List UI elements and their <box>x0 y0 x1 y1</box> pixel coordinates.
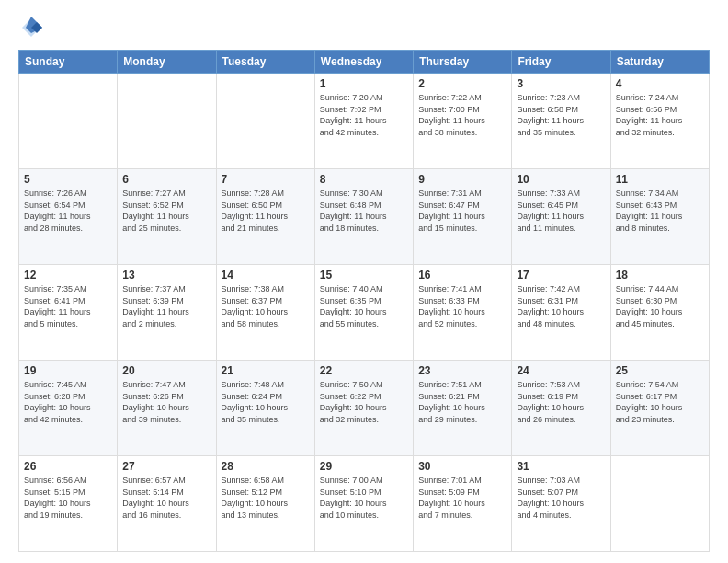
day-number: 30 <box>418 460 506 473</box>
day-number: 1 <box>320 77 408 90</box>
cell-info: Sunrise: 7:54 AM Sunset: 6:17 PM Dayligh… <box>616 379 704 425</box>
day-number: 21 <box>222 364 310 377</box>
day-number: 12 <box>24 269 112 282</box>
calendar-cell: 14Sunrise: 7:38 AM Sunset: 6:37 PM Dayli… <box>216 265 314 361</box>
day-number: 4 <box>616 77 704 90</box>
weekday-header-tuesday: Tuesday <box>216 51 314 74</box>
cell-info: Sunrise: 7:42 AM Sunset: 6:31 PM Dayligh… <box>517 283 605 329</box>
day-number: 17 <box>517 269 605 282</box>
cell-info: Sunrise: 7:20 AM Sunset: 7:02 PM Dayligh… <box>320 92 408 138</box>
day-number: 19 <box>24 364 112 377</box>
calendar-cell: 3Sunrise: 7:23 AM Sunset: 6:58 PM Daylig… <box>512 74 610 169</box>
day-number: 16 <box>418 269 506 282</box>
calendar-cell: 15Sunrise: 7:40 AM Sunset: 6:35 PM Dayli… <box>314 265 413 361</box>
cell-info: Sunrise: 7:22 AM Sunset: 7:00 PM Dayligh… <box>418 92 506 138</box>
cell-info: Sunrise: 7:00 AM Sunset: 5:10 PM Dayligh… <box>320 475 408 521</box>
cell-info: Sunrise: 6:56 AM Sunset: 5:15 PM Dayligh… <box>24 475 112 521</box>
day-number: 31 <box>517 460 605 473</box>
calendar-cell <box>118 74 216 169</box>
calendar-cell: 9Sunrise: 7:31 AM Sunset: 6:47 PM Daylig… <box>414 169 512 265</box>
day-number: 9 <box>418 173 506 186</box>
calendar-cell: 11Sunrise: 7:34 AM Sunset: 6:43 PM Dayli… <box>610 169 709 265</box>
calendar-cell: 8Sunrise: 7:30 AM Sunset: 6:48 PM Daylig… <box>314 169 413 265</box>
cell-info: Sunrise: 7:53 AM Sunset: 6:19 PM Dayligh… <box>517 379 605 425</box>
calendar-cell: 12Sunrise: 7:35 AM Sunset: 6:41 PM Dayli… <box>19 265 118 361</box>
cell-info: Sunrise: 7:24 AM Sunset: 6:56 PM Dayligh… <box>616 92 704 138</box>
cell-info: Sunrise: 7:01 AM Sunset: 5:09 PM Dayligh… <box>418 475 506 521</box>
day-number: 10 <box>517 173 605 186</box>
calendar-cell: 21Sunrise: 7:48 AM Sunset: 6:24 PM Dayli… <box>216 361 314 456</box>
day-number: 22 <box>320 364 408 377</box>
cell-info: Sunrise: 7:41 AM Sunset: 6:33 PM Dayligh… <box>418 283 506 329</box>
calendar-cell: 31Sunrise: 7:03 AM Sunset: 5:07 PM Dayli… <box>512 456 610 552</box>
day-number: 13 <box>122 269 210 282</box>
calendar-cell: 2Sunrise: 7:22 AM Sunset: 7:00 PM Daylig… <box>414 74 512 169</box>
calendar-cell: 7Sunrise: 7:28 AM Sunset: 6:50 PM Daylig… <box>216 169 314 265</box>
day-number: 27 <box>122 460 210 473</box>
cell-info: Sunrise: 7:34 AM Sunset: 6:43 PM Dayligh… <box>616 188 704 234</box>
calendar-cell: 23Sunrise: 7:51 AM Sunset: 6:21 PM Dayli… <box>414 361 512 456</box>
day-number: 14 <box>222 269 310 282</box>
day-number: 23 <box>418 364 506 377</box>
day-number: 15 <box>320 269 408 282</box>
weekday-header-wednesday: Wednesday <box>314 51 413 74</box>
cell-info: Sunrise: 7:47 AM Sunset: 6:26 PM Dayligh… <box>122 379 210 425</box>
cell-info: Sunrise: 7:51 AM Sunset: 6:21 PM Dayligh… <box>418 379 506 425</box>
day-number: 25 <box>616 364 704 377</box>
day-number: 20 <box>122 364 210 377</box>
calendar-cell: 18Sunrise: 7:44 AM Sunset: 6:30 PM Dayli… <box>610 265 709 361</box>
calendar-cell: 4Sunrise: 7:24 AM Sunset: 6:56 PM Daylig… <box>610 74 709 169</box>
calendar-cell: 10Sunrise: 7:33 AM Sunset: 6:45 PM Dayli… <box>512 169 610 265</box>
day-number: 2 <box>418 77 506 90</box>
cell-info: Sunrise: 7:28 AM Sunset: 6:50 PM Dayligh… <box>222 188 310 234</box>
day-number: 26 <box>24 460 112 473</box>
calendar-cell: 26Sunrise: 6:56 AM Sunset: 5:15 PM Dayli… <box>19 456 118 552</box>
calendar-cell: 20Sunrise: 7:47 AM Sunset: 6:26 PM Dayli… <box>118 361 216 456</box>
calendar-cell: 6Sunrise: 7:27 AM Sunset: 6:52 PM Daylig… <box>118 169 216 265</box>
day-number: 18 <box>616 269 704 282</box>
calendar-cell: 16Sunrise: 7:41 AM Sunset: 6:33 PM Dayli… <box>414 265 512 361</box>
cell-info: Sunrise: 6:57 AM Sunset: 5:14 PM Dayligh… <box>122 475 210 521</box>
calendar-cell: 24Sunrise: 7:53 AM Sunset: 6:19 PM Dayli… <box>512 361 610 456</box>
calendar-cell <box>216 74 314 169</box>
week-row-5: 26Sunrise: 6:56 AM Sunset: 5:15 PM Dayli… <box>19 456 710 552</box>
calendar-cell: 28Sunrise: 6:58 AM Sunset: 5:12 PM Dayli… <box>216 456 314 552</box>
week-row-3: 12Sunrise: 7:35 AM Sunset: 6:41 PM Dayli… <box>19 265 710 361</box>
calendar-cell: 1Sunrise: 7:20 AM Sunset: 7:02 PM Daylig… <box>314 74 413 169</box>
week-row-1: 1Sunrise: 7:20 AM Sunset: 7:02 PM Daylig… <box>19 74 710 169</box>
weekday-header-friday: Friday <box>512 51 610 74</box>
day-number: 28 <box>222 460 310 473</box>
page: SundayMondayTuesdayWednesdayThursdayFrid… <box>0 0 728 563</box>
calendar-cell: 25Sunrise: 7:54 AM Sunset: 6:17 PM Dayli… <box>610 361 709 456</box>
day-number: 3 <box>517 77 605 90</box>
cell-info: Sunrise: 7:23 AM Sunset: 6:58 PM Dayligh… <box>517 92 605 138</box>
cell-info: Sunrise: 7:44 AM Sunset: 6:30 PM Dayligh… <box>616 283 704 329</box>
cell-info: Sunrise: 7:45 AM Sunset: 6:28 PM Dayligh… <box>24 379 112 425</box>
day-number: 11 <box>616 173 704 186</box>
calendar-cell: 29Sunrise: 7:00 AM Sunset: 5:10 PM Dayli… <box>314 456 413 552</box>
weekday-header-thursday: Thursday <box>414 51 512 74</box>
logo <box>18 15 48 40</box>
calendar-cell: 13Sunrise: 7:37 AM Sunset: 6:39 PM Dayli… <box>118 265 216 361</box>
day-number: 24 <box>517 364 605 377</box>
day-number: 29 <box>320 460 408 473</box>
week-row-4: 19Sunrise: 7:45 AM Sunset: 6:28 PM Dayli… <box>19 361 710 456</box>
cell-info: Sunrise: 7:33 AM Sunset: 6:45 PM Dayligh… <box>517 188 605 234</box>
cell-info: Sunrise: 7:50 AM Sunset: 6:22 PM Dayligh… <box>320 379 408 425</box>
cell-info: Sunrise: 7:27 AM Sunset: 6:52 PM Dayligh… <box>122 188 210 234</box>
calendar-cell <box>610 456 709 552</box>
calendar-cell: 30Sunrise: 7:01 AM Sunset: 5:09 PM Dayli… <box>414 456 512 552</box>
cell-info: Sunrise: 7:35 AM Sunset: 6:41 PM Dayligh… <box>24 283 112 329</box>
calendar-cell <box>19 74 118 169</box>
calendar-cell: 5Sunrise: 7:26 AM Sunset: 6:54 PM Daylig… <box>19 169 118 265</box>
week-row-2: 5Sunrise: 7:26 AM Sunset: 6:54 PM Daylig… <box>19 169 710 265</box>
weekday-header-row: SundayMondayTuesdayWednesdayThursdayFrid… <box>19 51 710 74</box>
cell-info: Sunrise: 7:40 AM Sunset: 6:35 PM Dayligh… <box>320 283 408 329</box>
cell-info: Sunrise: 7:48 AM Sunset: 6:24 PM Dayligh… <box>222 379 310 425</box>
day-number: 8 <box>320 173 408 186</box>
logo-icon <box>18 15 44 40</box>
calendar-table: SundayMondayTuesdayWednesdayThursdayFrid… <box>18 50 710 552</box>
calendar-cell: 22Sunrise: 7:50 AM Sunset: 6:22 PM Dayli… <box>314 361 413 456</box>
cell-info: Sunrise: 7:31 AM Sunset: 6:47 PM Dayligh… <box>418 188 506 234</box>
cell-info: Sunrise: 7:26 AM Sunset: 6:54 PM Dayligh… <box>24 188 112 234</box>
